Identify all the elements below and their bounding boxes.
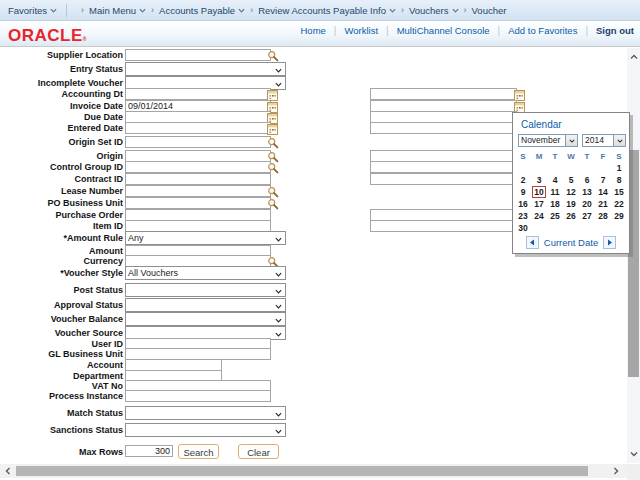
previous-month-icon[interactable] bbox=[526, 236, 539, 249]
accounting-dt-to-input[interactable] bbox=[370, 88, 517, 100]
calendar-day[interactable]: 19 bbox=[563, 199, 579, 210]
calendar-year-select[interactable]: 2014 bbox=[582, 134, 626, 147]
calendar-day[interactable]: 12 bbox=[563, 187, 579, 198]
calendar-day[interactable]: 15 bbox=[611, 187, 627, 198]
supplier-location-input[interactable] bbox=[125, 49, 271, 61]
calendar-day[interactable]: 30 bbox=[515, 223, 531, 234]
header-link-multichannel-console[interactable]: MultiChannel Console bbox=[397, 25, 490, 36]
breadcrumb-item-vouchers[interactable]: Vouchers bbox=[409, 5, 459, 16]
lease-number-input[interactable] bbox=[125, 185, 271, 197]
calendar-day[interactable]: 26 bbox=[563, 211, 579, 222]
scroll-up-icon[interactable] bbox=[630, 53, 638, 61]
voucher-style-select[interactable]: All Vouchers bbox=[125, 266, 286, 280]
match-status-label: Match Status bbox=[0, 407, 123, 419]
weekday-label: S bbox=[611, 151, 627, 162]
accounting-dt-input[interactable] bbox=[125, 88, 271, 100]
breadcrumb-item-accounts-payable[interactable]: Accounts Payable bbox=[159, 5, 245, 16]
calendar-empty-cell bbox=[531, 223, 547, 234]
voucher-balance-select[interactable] bbox=[125, 312, 286, 326]
item-id-to-input[interactable] bbox=[370, 220, 517, 232]
calendar-day[interactable]: 3 bbox=[531, 175, 547, 186]
calendar-day[interactable]: 1 bbox=[611, 163, 627, 174]
contract-id-to-input[interactable] bbox=[370, 173, 517, 185]
search-button[interactable]: Search bbox=[178, 444, 219, 459]
control-group-id-input[interactable] bbox=[125, 161, 271, 173]
calendar-day[interactable]: 5 bbox=[563, 175, 579, 186]
calendar-empty-cell bbox=[547, 163, 563, 174]
entry-status-select[interactable] bbox=[125, 62, 286, 76]
clear-button[interactable]: Clear bbox=[238, 444, 279, 459]
calendar-day[interactable]: 16 bbox=[515, 199, 531, 210]
horizontal-scrollbar-thumb[interactable] bbox=[16, 466, 588, 476]
favorites-menu[interactable]: Favorites bbox=[8, 5, 57, 16]
current-date-link[interactable]: Current Date bbox=[544, 237, 598, 248]
supplier-location-label: Supplier Location bbox=[0, 49, 123, 61]
calendar-day[interactable]: 29 bbox=[611, 211, 627, 222]
calendar-day[interactable]: 13 bbox=[579, 187, 595, 198]
breadcrumb-divider bbox=[66, 4, 67, 17]
calendar-day[interactable]: 24 bbox=[531, 211, 547, 222]
next-month-icon[interactable] bbox=[603, 236, 616, 249]
calendar-day[interactable]: 17 bbox=[531, 199, 547, 210]
calendar-day[interactable]: 20 bbox=[579, 199, 595, 210]
scroll-down-icon[interactable] bbox=[630, 450, 638, 458]
field-value: Any bbox=[128, 233, 144, 243]
calendar-empty-cell bbox=[595, 223, 611, 234]
calendar-month-select[interactable]: November bbox=[518, 134, 578, 147]
approval-status-select[interactable] bbox=[125, 298, 286, 312]
calendar-day[interactable]: 27 bbox=[579, 211, 595, 222]
calendar-day[interactable]: 21 bbox=[595, 199, 611, 210]
calendar-day[interactable]: 25 bbox=[547, 211, 563, 222]
breadcrumb-item-label: Vouchers bbox=[409, 5, 449, 16]
po-business-unit-input[interactable] bbox=[125, 197, 271, 209]
chevron-down-icon[interactable] bbox=[565, 135, 577, 146]
calendar-day[interactable]: 7 bbox=[595, 175, 611, 186]
weekday-label: T bbox=[579, 151, 595, 162]
breadcrumb-separator: › bbox=[151, 5, 154, 15]
header-link-home[interactable]: Home bbox=[300, 25, 325, 36]
origin-set-id-input[interactable] bbox=[125, 136, 271, 148]
calendar-day[interactable]: 9 bbox=[515, 187, 531, 198]
scroll-right-icon[interactable] bbox=[612, 467, 620, 475]
sign-out-link[interactable]: Sign out bbox=[596, 25, 634, 36]
chevron-down-icon bbox=[452, 7, 459, 14]
scroll-left-icon[interactable] bbox=[4, 467, 12, 475]
chevron-down-icon bbox=[275, 411, 282, 418]
breadcrumb-item-voucher[interactable]: Voucher bbox=[472, 5, 507, 16]
chevron-down-icon bbox=[275, 236, 282, 243]
match-status-select[interactable] bbox=[125, 406, 286, 420]
breadcrumb-item-review-accounts-payable-info[interactable]: Review Accounts Payable Info bbox=[258, 5, 396, 16]
calendar-day[interactable]: 14 bbox=[595, 187, 611, 198]
field-value: All Vouchers bbox=[128, 268, 178, 278]
header-link-add-to-favorites[interactable]: Add to Favorites bbox=[508, 25, 577, 36]
breadcrumb-separator: › bbox=[81, 5, 84, 15]
calendar-day[interactable]: 11 bbox=[547, 187, 563, 198]
calendar-day[interactable]: 8 bbox=[611, 175, 627, 186]
calendar-day[interactable]: 2 bbox=[515, 175, 531, 186]
calendar-day[interactable]: 6 bbox=[579, 175, 595, 186]
sanctions-status-select[interactable] bbox=[125, 423, 286, 437]
calendar-day[interactable]: 18 bbox=[547, 199, 563, 210]
calendar-day[interactable]: 23 bbox=[515, 211, 531, 222]
calendar-day[interactable]: 4 bbox=[547, 175, 563, 186]
vertical-scrollbar[interactable] bbox=[627, 48, 640, 463]
calendar-day[interactable]: 22 bbox=[611, 199, 627, 210]
horizontal-scrollbar[interactable] bbox=[0, 464, 627, 478]
breadcrumb-item-main-menu[interactable]: Main Menu bbox=[89, 5, 146, 16]
breadcrumb-item-label: Accounts Payable bbox=[159, 5, 235, 16]
header-link-worklist[interactable]: Worklist bbox=[344, 25, 378, 36]
max-rows-input[interactable]: 300 bbox=[125, 445, 173, 457]
entered-date-input[interactable] bbox=[125, 122, 271, 134]
control-group-id-label: Control Group ID bbox=[0, 161, 123, 173]
calendar-day[interactable]: 10 bbox=[531, 187, 547, 198]
process-instance-input[interactable] bbox=[125, 390, 271, 402]
post-status-select[interactable] bbox=[125, 283, 286, 297]
calendar-day[interactable]: 28 bbox=[595, 211, 611, 222]
control-group-id-to-input[interactable] bbox=[370, 161, 517, 173]
chevron-down-icon[interactable] bbox=[613, 135, 625, 146]
amount-rule-label: *Amount Rule bbox=[0, 232, 123, 244]
entered-date-to-input[interactable] bbox=[370, 122, 517, 134]
amount-rule-select[interactable]: Any bbox=[125, 231, 286, 245]
entry-status-label: Entry Status bbox=[0, 63, 123, 75]
contract-id-input[interactable] bbox=[125, 173, 271, 185]
